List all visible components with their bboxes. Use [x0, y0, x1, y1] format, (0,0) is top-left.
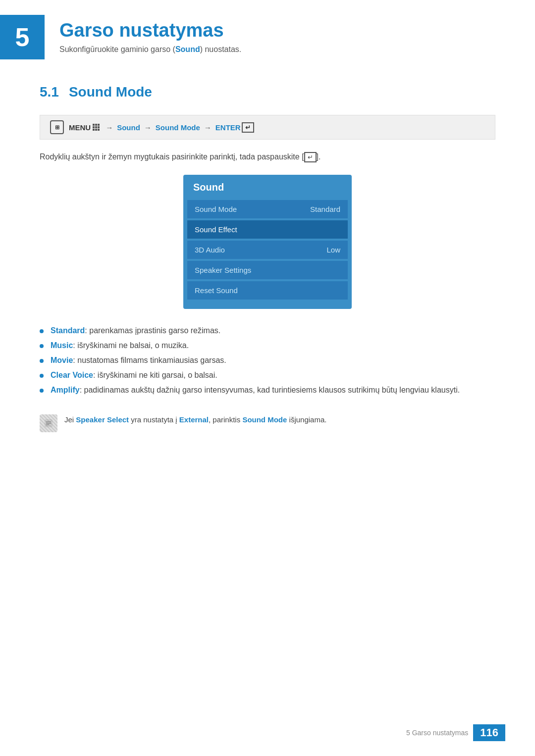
- nav-arrow-3: →: [204, 123, 212, 132]
- bullet-dot: [40, 359, 44, 363]
- chapter-header: 5 Garso nustatymas Sukonfigūruokite gami…: [0, 0, 535, 69]
- nav-menu-label: MENU: [69, 123, 91, 132]
- bullet-dot: [40, 329, 44, 333]
- bullet-text-music: Music: išryškinami ne balsai, o muzika.: [51, 341, 189, 350]
- chapter-number-block: 5: [0, 15, 45, 59]
- chapter-title: Garso nustatymas: [59, 20, 241, 41]
- sound-menu-item-sound-effect[interactable]: Sound Effect: [187, 220, 348, 239]
- main-content: 5.1 Sound Mode ⊞ MENU → Sound → Sound Mo…: [0, 74, 535, 467]
- nav-sound-mode-label: Sound Mode: [156, 123, 200, 132]
- sound-effect-label: Sound Effect: [195, 225, 237, 234]
- bullet-dot: [40, 389, 44, 393]
- bullet-text-amplify: Amplify: padidinamas aukštų dažnių garso…: [51, 386, 460, 395]
- sound-panel-title: Sound: [183, 175, 352, 198]
- nav-sound-label: Sound: [117, 123, 140, 132]
- svg-rect-0: [45, 419, 53, 427]
- enter-key-icon: ↵: [242, 122, 254, 133]
- nav-path: ⊞ MENU → Sound → Sound Mode → ENTER ↵: [40, 115, 495, 140]
- sound-menu-item-3d-audio[interactable]: 3D Audio Low: [187, 241, 348, 259]
- sound-panel: Sound Sound Mode Standard Sound Effect 3…: [183, 175, 352, 309]
- 3d-audio-value: Low: [326, 246, 340, 254]
- instruction-text: Rodyklių aukštyn ir žemyn mygtukais pasi…: [40, 152, 495, 162]
- section-title: Sound Mode: [69, 84, 152, 100]
- instruction-prefix: Rodyklių aukštyn ir žemyn mygtukais pasi…: [40, 152, 304, 161]
- list-item: Clear Voice: išryškinami ne kiti garsai,…: [40, 371, 495, 380]
- subtitle-prefix: Sukonfigūruokite gaminio garso (: [59, 45, 175, 53]
- list-item: Music: išryškinami ne balsai, o muzika.: [40, 341, 495, 350]
- footer-chapter-label: 5 Garso nustatymas: [406, 729, 468, 737]
- sound-menu-item-reset-sound[interactable]: Reset Sound: [187, 281, 348, 300]
- section-number: 5.1: [40, 84, 59, 100]
- menu-icon: ⊞: [50, 120, 64, 134]
- bullet-dot: [40, 374, 44, 378]
- bullet-list: Standard: parenkamas įprastinis garso re…: [40, 326, 495, 395]
- subtitle-suffix: ) nuostatas.: [200, 45, 242, 53]
- nav-arrow-2: →: [144, 123, 152, 132]
- subtitle-highlight: Sound: [175, 45, 200, 53]
- sound-mode-label: Sound Mode: [195, 205, 237, 213]
- nav-enter-label: ENTER: [215, 123, 241, 132]
- menu-grid-icon: [93, 124, 100, 131]
- sound-mode-value: Standard: [310, 205, 340, 213]
- chapter-subtitle: Sukonfigūruokite gaminio garso (Sound) n…: [59, 45, 241, 54]
- footer-page-number: 116: [473, 724, 505, 741]
- note-text: Jei Speaker Select yra nustatyta į Exter…: [64, 414, 326, 426]
- list-item: Movie: nustatomas filmams tinkamiausias …: [40, 356, 495, 365]
- sound-menu-item-sound-mode[interactable]: Sound Mode Standard: [187, 200, 348, 218]
- speaker-settings-label: Speaker Settings: [195, 266, 251, 274]
- bullet-text-standard: Standard: parenkamas įprastinis garso re…: [51, 326, 220, 335]
- bullet-dot: [40, 344, 44, 348]
- bullet-text-clear-voice: Clear Voice: išryškinami ne kiti garsai,…: [51, 371, 217, 380]
- sound-panel-wrapper: Sound Sound Mode Standard Sound Effect 3…: [40, 175, 495, 309]
- note-svg-icon: [44, 418, 54, 428]
- note-icon: [40, 414, 57, 432]
- sound-menu-item-speaker-settings[interactable]: Speaker Settings: [187, 261, 348, 279]
- list-item: Amplify: padidinamas aukštų dažnių garso…: [40, 386, 495, 395]
- list-item: Standard: parenkamas įprastinis garso re…: [40, 326, 495, 335]
- chapter-title-block: Garso nustatymas Sukonfigūruokite gamini…: [59, 15, 241, 54]
- note-box: Jei Speaker Select yra nustatyta į Exter…: [40, 409, 495, 437]
- bracket-enter-icon: ↵: [304, 152, 317, 162]
- reset-sound-label: Reset Sound: [195, 286, 238, 295]
- bullet-text-movie: Movie: nustatomas filmams tinkamiausias …: [51, 356, 226, 365]
- chapter-number: 5: [15, 22, 30, 52]
- footer: 5 Garso nustatymas 116: [406, 724, 505, 741]
- section-header: 5.1 Sound Mode: [40, 84, 495, 100]
- nav-arrow-1: →: [106, 123, 113, 132]
- 3d-audio-label: 3D Audio: [195, 246, 225, 254]
